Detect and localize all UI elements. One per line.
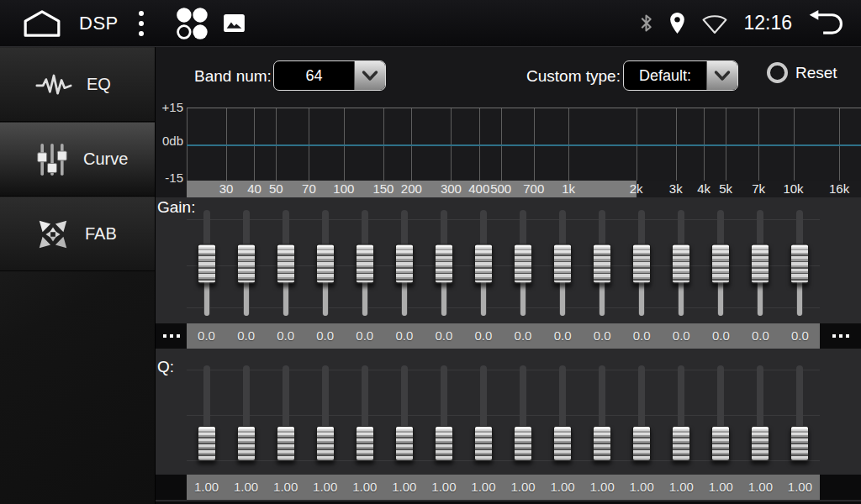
slider-thumb[interactable] [553,426,572,461]
q-value: 1.00 [741,475,780,500]
gain-slider[interactable] [305,210,345,318]
slider-thumb[interactable] [553,244,572,284]
slider-thumb[interactable] [395,426,414,461]
q-slider[interactable] [345,365,384,461]
gain-slider[interactable] [662,210,701,318]
reset-control[interactable]: Reset [767,62,837,83]
apps-icon[interactable] [174,6,209,41]
gain-more-left-button[interactable] [156,323,187,349]
slider-thumb[interactable] [237,426,256,461]
q-values: 1.001.001.001.001.001.001.001.001.001.00… [187,475,820,500]
slider-thumb[interactable] [790,426,809,461]
freq-tick-label: 3k [669,181,683,196]
gain-slider[interactable] [504,210,543,318]
sidebar-item-eq[interactable]: EQ [0,47,155,122]
band-num-dropdown[interactable]: 64 [273,60,386,91]
gain-slider[interactable] [741,210,780,318]
q-slider[interactable] [266,365,305,461]
slider-thumb[interactable] [474,426,493,461]
slider-thumb[interactable] [672,244,690,284]
q-slider[interactable] [226,365,266,461]
q-slider[interactable] [741,365,780,461]
gain-slider[interactable] [345,210,384,318]
gallery-icon[interactable] [223,13,246,33]
freq-tick-label: 4k [697,181,710,196]
gain-slider[interactable] [187,210,226,318]
slider-thumb[interactable] [632,244,651,284]
back-icon[interactable] [807,10,846,36]
custom-type-dropdown[interactable]: Default: [623,60,738,91]
sidebar-item-fab[interactable]: FAB [0,197,155,271]
slider-thumb[interactable] [632,426,651,461]
gain-slider[interactable] [780,210,820,318]
gain-value: 0.0 [345,323,384,349]
q-value: 1.00 [226,475,266,500]
fader-balance-icon [35,217,71,252]
custom-type-label: Custom type: [526,67,621,86]
gain-slider[interactable] [226,210,266,318]
slider-thumb[interactable] [356,426,374,461]
sidebar-item-curve[interactable]: Curve [0,122,155,197]
slider-thumb[interactable] [237,244,256,284]
eq-curve-plot[interactable] [187,108,861,181]
slider-thumb[interactable] [751,426,769,461]
slider-thumb[interactable] [711,244,730,284]
slider-thumb[interactable] [395,244,414,284]
q-slider[interactable] [463,365,503,461]
freq-tick-label: 5k [719,181,732,196]
q-value: 1.00 [780,475,820,500]
chevron-down-icon[interactable] [706,61,737,90]
slider-thumb[interactable] [593,426,611,461]
home-icon[interactable] [22,9,62,38]
slider-thumb[interactable] [790,244,809,284]
q-slider[interactable] [504,365,543,461]
slider-thumb[interactable] [672,426,690,461]
band-num-label: Band num: [194,67,272,86]
gain-value: 0.0 [424,323,463,349]
q-row-right-spacer [820,475,861,500]
gain-slider[interactable] [701,210,741,318]
gain-slider[interactable] [266,210,305,318]
slider-thumb[interactable] [316,426,335,461]
gain-slider[interactable] [384,210,424,318]
q-slider[interactable] [424,365,463,461]
slider-thumb[interactable] [514,244,532,284]
slider-thumb[interactable] [435,244,453,284]
slider-thumb[interactable] [435,426,453,461]
q-slider[interactable] [543,365,583,461]
slider-thumb[interactable] [277,426,295,461]
gain-more-right-button[interactable] [820,323,861,349]
q-slider[interactable] [662,365,701,461]
gain-slider[interactable] [622,210,662,318]
chevron-down-icon[interactable] [354,61,385,90]
slider-thumb[interactable] [711,426,730,461]
freq-tick-label: 16k [829,181,849,196]
slider-thumb[interactable] [198,426,216,461]
q-slider[interactable] [305,365,345,461]
gain-slider[interactable] [583,210,622,318]
q-slider[interactable] [622,365,662,461]
q-slider[interactable] [780,365,820,461]
overflow-menu-icon[interactable] [137,9,145,38]
gain-slider[interactable] [543,210,583,318]
q-row-left-spacer [156,475,187,500]
slider-thumb[interactable] [277,244,295,284]
slider-thumb[interactable] [474,244,493,284]
slider-thumb[interactable] [198,244,216,284]
reset-radio[interactable] [767,62,788,83]
slider-thumb[interactable] [316,244,335,284]
gain-slider[interactable] [463,210,503,318]
slider-thumb[interactable] [514,426,532,461]
q-slider[interactable] [583,365,622,461]
gain-value: 0.0 [384,323,424,349]
q-slider[interactable] [701,365,741,461]
q-slider[interactable] [187,365,226,461]
q-value: 1.00 [384,475,424,500]
gain-slider[interactable] [424,210,463,318]
slider-thumb[interactable] [751,244,769,284]
q-slider[interactable] [384,365,424,461]
q-value: 1.00 [463,475,503,500]
q-value: 1.00 [583,475,622,500]
slider-thumb[interactable] [593,244,611,284]
slider-thumb[interactable] [356,244,374,284]
